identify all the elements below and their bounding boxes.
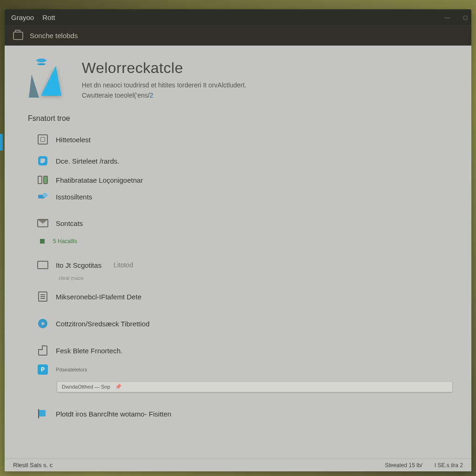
- item-label: Sontcats: [56, 219, 83, 227]
- item-label: Cottzitron/Sredsæck Tibrettiod: [56, 320, 150, 328]
- list-item[interactable]: Mikseronebcl-IFtafemt Dete: [36, 287, 453, 306]
- app-badge-icon: P: [38, 364, 48, 375]
- item-label: Ito Jt Scgotitas: [56, 261, 101, 269]
- toolbar: Sonche telobds: [5, 25, 471, 46]
- item-label: Fesk Blete Frnortech.: [56, 347, 122, 355]
- list-item[interactable]: Sontcats: [36, 214, 453, 232]
- gear-icon: [38, 319, 47, 328]
- task-list: Hittetoelest Dce. Sirteleet /rards. Fhat…: [36, 130, 453, 423]
- document-icon: [38, 345, 47, 356]
- list-subitem[interactable]: 5 Hacallls: [38, 235, 453, 247]
- maximize-icon[interactable]: ▢: [463, 14, 468, 20]
- item-label: Plotdt iros Banrclhte wotamo- Fisitten: [56, 410, 171, 418]
- pushpin-icon[interactable]: 📌: [115, 383, 122, 390]
- screen-icon: [37, 261, 48, 269]
- list-item[interactable]: Isstosiltents: [36, 190, 453, 204]
- pin-icon: [38, 193, 47, 200]
- hero-subtitle-2: Cwutteraie toeolel('ens/2: [82, 92, 246, 99]
- status-bar: Rlestl Sals s. c Steeated 15 lb/ I SE.s …: [5, 458, 471, 471]
- list-item[interactable]: Dce. Sirteleet /rards.: [36, 152, 453, 170]
- item-label: Mikseronebcl-IFtafemt Dete: [56, 293, 141, 301]
- flag-icon: [38, 409, 47, 418]
- item-sublabel: 5 Hacallls: [53, 238, 77, 245]
- download-chip[interactable]: DwndaOtthed — Snp 📌: [57, 381, 453, 392]
- titlebar: Grayoo Rott — ▢: [5, 9, 471, 25]
- list-item[interactable]: Ito Jt Scgotitas Litotod: [36, 256, 453, 274]
- page-title: Welorreckatcle: [82, 60, 246, 77]
- list-item[interactable]: Fesk Blete Frnortech.: [36, 341, 453, 360]
- item-label: Isstosiltents: [56, 193, 92, 201]
- item-label: Dce. Sirteleet /rards.: [56, 157, 119, 165]
- list-item[interactable]: Plotdt iros Banrclhte wotamo- Fisitten: [36, 404, 453, 423]
- app-tile-icon: [38, 156, 47, 165]
- active-tab-indicator: [0, 134, 3, 151]
- folder-icon[interactable]: [13, 32, 23, 40]
- list-item[interactable]: Hittetoelest: [36, 130, 453, 149]
- section-heading: Fsnatort troe: [28, 114, 453, 123]
- box-icon: [38, 134, 48, 145]
- list-item[interactable]: Fhatibratatae Loçonigoetnar: [36, 173, 453, 187]
- window-controls: — ▢: [445, 14, 468, 20]
- list-item[interactable]: Cottzitron/Sredsæck Tibrettiod: [36, 314, 453, 333]
- item-meta: Litotod: [113, 261, 133, 269]
- welcome-hero: Welorreckatcle Het dn neaoci toudrirsd e…: [28, 60, 453, 101]
- toolbar-label[interactable]: Sonche telobds: [30, 32, 78, 40]
- item-label: Hittetoelest: [56, 136, 91, 144]
- list-item[interactable]: P Pdseatetelors: [36, 363, 453, 377]
- split-icon: [38, 176, 48, 184]
- page-icon: [38, 291, 47, 302]
- main-window: Grayoo Rott — ▢ Sonche telobds Welorreck…: [5, 9, 471, 471]
- app-name: Grayoo: [11, 13, 34, 21]
- envelope-icon: [37, 219, 48, 227]
- status-left: Rlestl Sals s. c: [13, 462, 53, 469]
- chip-label: DwndaOtthed — Snp: [62, 384, 110, 390]
- square-icon: [40, 239, 45, 244]
- content-area: Welorreckatcle Het dn neaoci toudrirsd e…: [5, 46, 471, 458]
- status-right-2: I SE.s ilra 2: [435, 462, 463, 469]
- minimize-icon[interactable]: —: [445, 14, 450, 20]
- document-name: Rott: [42, 13, 55, 21]
- hero-link[interactable]: 2: [150, 92, 153, 99]
- app-logo-icon: [28, 60, 70, 101]
- item-small-label: Pdseatetelors: [56, 367, 87, 372]
- item-caption: cteal maoo: [59, 275, 453, 281]
- hero-subtitle-1: Het dn neaoci toudrirsd et hitites Iorde…: [82, 81, 246, 89]
- item-label: Fhatibratatae Loçonigoetnar: [56, 176, 143, 184]
- status-right-1: Steeated 15 lb/: [385, 462, 423, 469]
